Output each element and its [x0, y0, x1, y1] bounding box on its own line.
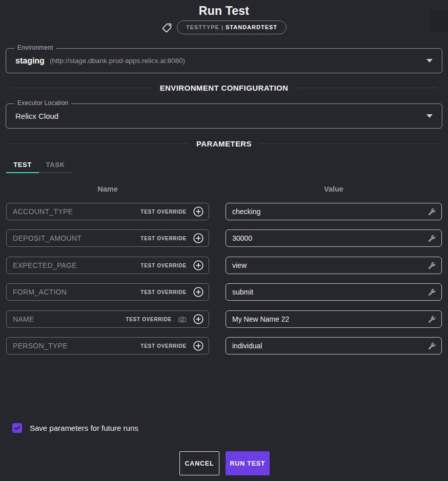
parameters-divider: PARAMETERS [10, 139, 438, 148]
wrench-icon[interactable] [428, 208, 436, 216]
divider-line [10, 143, 188, 144]
param-value[interactable]: individual [232, 342, 428, 350]
save-parameters-checkbox[interactable] [12, 423, 22, 433]
param-value[interactable]: submit [232, 288, 428, 296]
checkmark-icon [13, 424, 21, 432]
test-type-pill: TESTTYPE | STANDARDTEST [177, 20, 287, 34]
page-title: Run Test [0, 4, 448, 18]
run-test-dialog: Run Test TESTTYPE | STANDARDTEST Environ… [0, 0, 448, 481]
dialog-actions: CANCEL RUN TEST [179, 451, 270, 475]
test-override-badge: TEST OVERRIDE [140, 343, 187, 349]
param-value[interactable]: My New Name 22 [232, 315, 428, 323]
environment-endpoint: (http://stage.dbank.prod-apps.relicx.ai:… [50, 57, 185, 65]
add-override-icon[interactable] [193, 260, 204, 271]
param-value-row[interactable]: view [226, 257, 442, 274]
executor-location-value: Relicx Cloud [15, 112, 58, 120]
environment-select-inner: staging (http://stage.dbank.prod-apps.re… [6, 49, 442, 73]
wrench-icon[interactable] [428, 262, 436, 269]
environment-configuration-divider: ENVIRONMENT CONFIGURATION [10, 83, 438, 92]
param-name: NAME [13, 315, 126, 323]
test-override-badge: TEST OVERRIDE [140, 236, 187, 241]
save-parameters-row: Save parameters for future runs [12, 423, 138, 433]
param-value-row[interactable]: My New Name 22 [226, 310, 442, 328]
save-parameters-label: Save parameters for future runs [30, 424, 138, 432]
chevron-down-icon[interactable] [426, 59, 433, 62]
environment-label: Environment [14, 44, 56, 51]
param-value[interactable]: view [232, 261, 428, 269]
parameter-tabs: TEST TASK [6, 159, 72, 173]
divider-line [296, 88, 438, 88]
test-type-badge-row: TESTTYPE | STANDARDTEST [0, 20, 448, 34]
test-type-value: STANDARDTEST [226, 24, 277, 30]
cancel-button[interactable]: CANCEL [179, 451, 219, 475]
param-name-row: FORM_ACTION TEST OVERRIDE [6, 283, 209, 301]
name-column-header: Name [6, 185, 209, 193]
test-type-label: TESTTYPE [186, 24, 219, 30]
param-name: FORM_ACTION [13, 288, 140, 296]
test-override-badge: TEST OVERRIDE [140, 209, 187, 215]
parameters-heading: PARAMETERS [196, 139, 252, 148]
run-test-button[interactable]: RUN TEST [226, 451, 270, 475]
test-override-badge: TEST OVERRIDE [126, 317, 172, 322]
environment-configuration-heading: ENVIRONMENT CONFIGURATION [160, 83, 289, 92]
executor-select-inner: Relicx Cloud [6, 104, 442, 128]
param-name-row: NAME TEST OVERRIDE [6, 310, 209, 328]
tab-test[interactable]: TEST [6, 159, 39, 173]
add-override-icon[interactable] [193, 286, 204, 298]
param-value-row[interactable]: submit [226, 283, 442, 301]
divider-line [10, 88, 152, 88]
divider-line [260, 143, 438, 144]
param-name-row: PERSON_TYPE TEST OVERRIDE [6, 337, 209, 354]
add-override-icon[interactable] [193, 233, 204, 244]
param-value[interactable]: checking [232, 207, 428, 216]
chevron-down-icon[interactable] [426, 114, 433, 118]
param-name-row: DEPOSIT_AMOUNT TEST OVERRIDE [6, 229, 209, 247]
executor-location-select[interactable]: Executor Location Relicx Cloud [6, 103, 442, 129]
environment-value: staging [15, 56, 45, 66]
add-override-icon[interactable] [193, 340, 204, 351]
test-override-badge: TEST OVERRIDE [140, 289, 187, 295]
wrench-icon[interactable] [428, 342, 436, 350]
executor-location-label: Executor Location [14, 99, 71, 107]
wrench-icon[interactable] [428, 316, 436, 323]
param-name-row: EXPECTED_PAGE TEST OVERRIDE [6, 257, 209, 274]
param-name: DEPOSIT_AMOUNT [13, 234, 140, 242]
param-value-row[interactable]: checking [226, 203, 442, 220]
value-column-header: Value [226, 185, 442, 193]
tab-task[interactable]: TASK [39, 159, 72, 173]
param-value-row[interactable]: 30000 [226, 229, 442, 247]
add-override-icon[interactable] [193, 206, 204, 217]
test-override-badge: TEST OVERRIDE [140, 263, 187, 268]
param-name: EXPECTED_PAGE [13, 261, 140, 269]
tag-icon [161, 23, 172, 33]
wrench-icon[interactable] [428, 235, 436, 242]
wrench-icon[interactable] [428, 288, 436, 296]
param-value[interactable]: 30000 [232, 234, 428, 242]
param-name: PERSON_TYPE [13, 342, 140, 350]
param-name: ACCOUNT_TYPE [13, 207, 140, 216]
environment-select[interactable]: Environment staging (http://stage.dbank.… [6, 48, 442, 73]
param-value-row[interactable]: individual [226, 337, 442, 354]
add-override-icon[interactable] [193, 313, 204, 325]
camera-icon[interactable] [178, 315, 187, 324]
pill-separator: | [221, 24, 223, 30]
param-name-row: ACCOUNT_TYPE TEST OVERRIDE [6, 203, 209, 220]
